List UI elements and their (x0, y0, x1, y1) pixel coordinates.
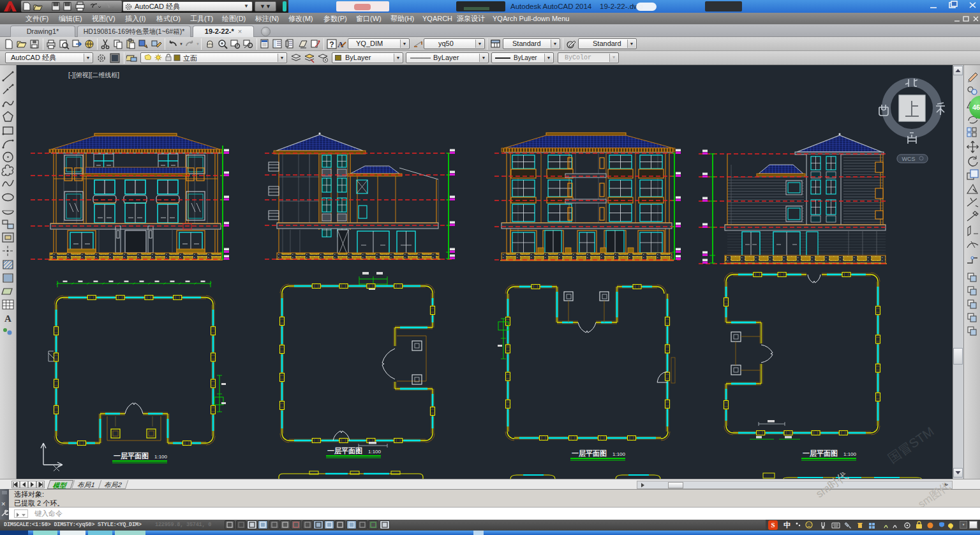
svg-text:[-][俯视][二维线框]: [-][俯视][二维线框] (68, 72, 119, 79)
svg-text:立面: 立面 (183, 54, 197, 62)
svg-text:1:100: 1:100 (154, 454, 168, 460)
svg-text:一层平面图: 一层平面图 (114, 452, 149, 460)
svg-text:1:100: 1:100 (843, 451, 857, 457)
svg-text:A: A (4, 313, 11, 324)
svg-text:一层平面图: 一层平面图 (572, 449, 607, 457)
svg-text:WCS: WCS (902, 156, 916, 162)
svg-text:1:100: 1:100 (612, 451, 626, 457)
svg-text:一层平面图: 一层平面图 (327, 447, 362, 455)
svg-text:1:100: 1:100 (368, 449, 382, 455)
svg-text:?: ? (329, 40, 334, 49)
svg-text:一层平面图: 一层平面图 (803, 449, 838, 457)
